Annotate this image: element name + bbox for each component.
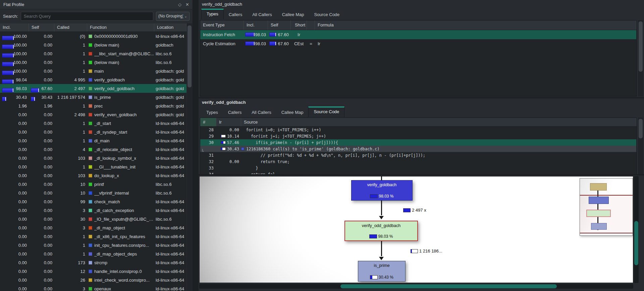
self-value: 0.00	[29, 147, 54, 152]
column-header-ir[interactable]: Ir	[216, 118, 241, 126]
function-row-dl-sysdep-start[interactable]: 0.000.001_dl_sysdep_startld-linux-x86-64	[0, 128, 186, 136]
source-line-29[interactable]: 2910.14 for(int j=i; j<TOT_PRIMES; j++)	[200, 133, 636, 139]
source-code-scrollbar[interactable]	[638, 118, 643, 175]
column-header-location[interactable]: Location	[154, 23, 186, 31]
tab-source-code[interactable]: Source Code	[308, 106, 344, 117]
event-type-row-cycle-estimation[interactable]: Cycle Estimation98.0367.60CEst=Ir	[200, 39, 636, 48]
graph-node-verify-odd-goldbach[interactable]: verify_odd_goldbach 98.03 %	[344, 221, 418, 241]
tab-source-code[interactable]: Source Code	[309, 10, 344, 19]
close-panel-icon[interactable]: ✕	[185, 2, 189, 7]
column-header-called[interactable]: Called	[54, 23, 87, 31]
function-row-verify-goldbach[interactable]: 98.040.004 995verify_goldbachgoldbach: g…	[0, 75, 186, 84]
source-line-33[interactable]: 33 }	[200, 165, 636, 171]
function-row-printf[interactable]: 0.000.0010printflibc.so.6	[0, 180, 186, 189]
tab-types[interactable]: Types	[201, 9, 224, 19]
call-target-icon	[241, 147, 244, 150]
function-row-libc-start-main-glibc[interactable]: 100.000.001__libc_start_main@@GLIBC...li…	[0, 49, 186, 58]
function-row-intel-check-word-constpro[interactable]: 0.000.0026intel_check_word.constpro...ld…	[0, 276, 186, 284]
source-line-31[interactable]: 31 // printf("%d: %d + %d + %d\n", n, pr…	[200, 152, 636, 158]
function-row-check-match[interactable]: 0.000.0099check_matchld-linux-x86-64	[0, 197, 186, 206]
line-number: 29	[200, 134, 216, 139]
function-row-handle-intel-constprop-0[interactable]: 0.000.0012handle_intel.constprop.0ld-lin…	[0, 267, 186, 276]
function-row-io-file-xsputn-glibc-2[interactable]: 0.000.0030_IO_file_xsputn@@GLIBC_2...lib…	[0, 215, 186, 223]
column-header-short[interactable]: Short	[291, 20, 307, 30]
function-color-icon	[89, 43, 92, 47]
call-graph-canvas[interactable]: verify_goldbach 98.03 % 2 497 x verify_o…	[199, 176, 633, 283]
function-row-dl-start[interactable]: 0.000.001_dl_startld-linux-x86-64	[0, 119, 186, 128]
function-row-vfprintf-internal[interactable]: 0.000.0010__vfprintf_internallibc.so.6	[0, 189, 186, 197]
graph-horizontal-scrollbar[interactable]	[199, 284, 633, 289]
incl-value: 0.00	[0, 217, 29, 222]
tab-all-callers[interactable]: All Callers	[247, 107, 276, 117]
tab-callee-map[interactable]: Callee Map	[277, 10, 309, 19]
graph-overview-minimap[interactable]	[580, 178, 633, 236]
vertical-splitter[interactable]	[193, 0, 199, 291]
event-types-scrollbar-thumb[interactable]	[639, 21, 643, 72]
search-input[interactable]	[21, 12, 153, 21]
function-color-icon	[89, 69, 92, 73]
function-row-below-main[interactable]: 100.000.001(below main)libc.so.6	[0, 58, 186, 67]
event-type-row-instruction-fetch[interactable]: Instruction Fetch98.0367.60Ir	[200, 30, 636, 39]
source-line-32[interactable]: 320.00 return true;	[200, 158, 636, 165]
	[275, 42, 276, 46]
column-header-incl[interactable]: Incl.	[244, 20, 268, 30]
flat-profile-scrollbar[interactable]	[187, 23, 192, 291]
source-line-30[interactable]: 3057.46 if(is_prime(n - (pr[i] + pr[j]))…	[200, 139, 636, 146]
function-row-do-lookup-x[interactable]: 0.000.00103do_lookup_xld-linux-x86-64	[0, 171, 186, 180]
function-row-dl-catch-exception[interactable]: 0.000.003_dl_catch_exceptionld-linux-x86…	[0, 206, 186, 215]
source-code-header: #IrSource	[200, 118, 636, 127]
graph-horizontal-scrollbar-thumb[interactable]	[340, 284, 557, 288]
column-header-self[interactable]: Self	[29, 23, 54, 31]
function-row-dl-lookup-symbol-x[interactable]: 0.000.00103_dl_lookup_symbol_xld-linux-x…	[0, 154, 186, 162]
function-row-init-cpu-features-constpro[interactable]: 0.000.001init_cpu_features.constpro...ld…	[0, 241, 186, 249]
	[275, 32, 276, 37]
tab-callers[interactable]: Callers	[223, 107, 247, 117]
function-row-below-main[interactable]: 100.000.001(below main)goldbach	[0, 41, 186, 49]
function-row-verify-odd-goldbach[interactable]: 98.0367.602 497verify_odd_goldbachgoldba…	[0, 84, 186, 93]
graph-vertical-scrollbar[interactable]	[634, 176, 639, 283]
tab-types[interactable]: Types	[201, 107, 223, 117]
tab-all-callers[interactable]: All Callers	[247, 10, 277, 19]
function-color-icon	[89, 243, 92, 247]
event-types-scrollbar[interactable]	[638, 20, 643, 96]
function-row-gi-tunables-init[interactable]: 0.000.001__GI___tunables_initld-linux-x8…	[0, 162, 186, 171]
function-row-dl-x86-init-cpu-features[interactable]: 0.000.001_dl_x86_init_cpu_featuresld-lin…	[0, 232, 186, 241]
column-header-event-type[interactable]: Event Type	[200, 20, 244, 30]
grouping-dropdown[interactable]: (No Grouping) ⌄	[156, 12, 190, 21]
function-name: _dl_lookup_symbol_x	[94, 156, 136, 161]
function-row-dl-map-object-deps[interactable]: 0.000.001_dl_map_object_depsld-linux-x86…	[0, 249, 186, 258]
called-value: 1	[54, 51, 87, 56]
function-row-is-prime[interactable]: 30.4330.431 216 197 574is_primegoldbach:…	[0, 93, 186, 101]
column-header-formula[interactable]: Formula	[315, 20, 636, 30]
function-row-verify-even-goldbach[interactable]: 0.000.002 498verify_even_goldbachgoldbac…	[0, 110, 186, 119]
source-code-scrollbar-thumb[interactable]	[639, 119, 643, 138]
tab-callee-map[interactable]: Callee Map	[276, 107, 309, 117]
function-row-prec[interactable]: 1.961.961precgoldbach: gold	[0, 101, 186, 110]
function-row-main[interactable]: 100.000.001maingoldbach: gold	[0, 67, 186, 75]
function-row-openaux[interactable]: 0.000.003openauxld-linux-x86-64	[0, 284, 186, 291]
column-header-source[interactable]: Source	[241, 118, 636, 126]
function-row-dl-relocate-object[interactable]: 0.000.004_dl_relocate_objectld-linux-x86…	[0, 145, 186, 154]
function-row-dl-map-object[interactable]: 0.000.003_dl_map_objectld-linux-x86-64	[0, 223, 186, 232]
function-row-0x000000000001d930[interactable]: 100.000.00(0)0x000000000001d930ld-linux-…	[0, 32, 186, 41]
graph-node-is-prime[interactable]: is_prime 30.43 %	[358, 261, 406, 282]
self-value: 0.00	[29, 77, 54, 82]
source-line-28[interactable]: 280.00 for(int i=0; i<TOT_PRIMES; i++)	[200, 127, 636, 133]
function-row-strcmp[interactable]: 0.000.00173strcmpld-linux-x86-64	[0, 258, 186, 267]
graph-node-verify-goldbach[interactable]: verify_goldbach 98.03 %	[351, 180, 413, 201]
self-value: 0.00	[29, 286, 54, 291]
function-row-dl-main[interactable]: 0.000.001dl_mainld-linux-x86-64	[0, 136, 186, 145]
location-value: goldbach: gold	[154, 86, 186, 91]
flat-profile-scrollbar-thumb[interactable]	[187, 25, 192, 87]
source-call-row[interactable]: └30.431216186360 call(s) to 'is_prime' (…	[200, 146, 636, 152]
tab-callers[interactable]: Callers	[224, 10, 247, 19]
column-header-function[interactable]: Function	[87, 23, 154, 31]
function-cell: do_lookup_x	[87, 173, 154, 178]
graph-vertical-scrollbar-thumb[interactable]	[634, 221, 638, 265]
column-header-blank[interactable]: #	[200, 118, 216, 126]
column-header-incl[interactable]: Incl.	[0, 23, 29, 31]
float-panel-icon[interactable]: ◇	[178, 2, 181, 7]
called-value: 30	[54, 217, 87, 222]
column-header-blank[interactable]	[307, 20, 315, 30]
column-header-self[interactable]: Self	[268, 20, 291, 30]
